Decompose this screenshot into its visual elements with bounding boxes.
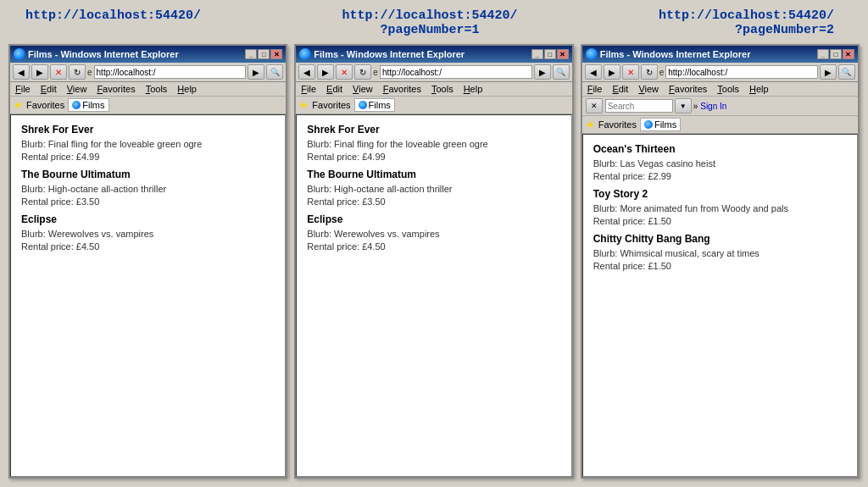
film-blurb-1-1: Blurb: High-octane all-action thriller	[21, 184, 275, 194]
search-btn-1[interactable]: 🔍	[266, 64, 283, 80]
url-label-2: http://localhost:54420/?pageNumber=1	[292, 8, 568, 37]
title-bar-controls-3[interactable]: _ □ ✕	[817, 49, 854, 59]
film-title-3-0: Ocean's Thirteen	[593, 143, 847, 155]
close-btn-1[interactable]: ✕	[270, 49, 282, 59]
favorites-bar-3: ★ Favorites Films	[582, 116, 858, 134]
film-blurb-1-2: Blurb: Werewolves vs. vampires	[21, 229, 275, 239]
content-area-2: Shrek For Ever Blurb: Final fling for th…	[296, 114, 571, 477]
film-title-3-1: Toy Story 2	[593, 188, 847, 200]
address-label-2: e	[373, 68, 378, 77]
back-btn-3[interactable]: ◀	[585, 64, 602, 80]
film-title-2-0: Shrek For Ever	[307, 124, 560, 136]
film-price-2-0: Rental price: £4.99	[307, 152, 560, 162]
films-ie-icon-1	[72, 101, 81, 109]
film-price-1-0: Rental price: £4.99	[21, 152, 275, 162]
stop-btn-1[interactable]: ✕	[50, 64, 67, 80]
title-bar-left-3: Films - Windows Internet Explorer	[586, 48, 751, 60]
menu-tools-1[interactable]: Tools	[144, 83, 170, 95]
address-input-3[interactable]	[665, 65, 818, 79]
film-title-2-1: The Bourne Ultimatum	[307, 169, 560, 180]
film-title-2-2: Eclipse	[307, 213, 560, 225]
menu-edit-2[interactable]: Edit	[325, 83, 344, 95]
menu-help-1[interactable]: Help	[175, 83, 198, 95]
forward-btn-2[interactable]: ▶	[317, 64, 334, 80]
browsers-row: Films - Windows Internet Explorer _ □ ✕ …	[8, 44, 860, 479]
films-tab-2[interactable]: Films	[354, 98, 395, 112]
address-label-3: e	[659, 68, 665, 77]
menu-edit-3[interactable]: Edit	[610, 83, 630, 95]
menu-edit-1[interactable]: Edit	[39, 83, 58, 95]
film-title-1-0: Shrek For Ever	[21, 124, 275, 136]
close-btn-3[interactable]: ✕	[843, 49, 854, 59]
favorites-label-1: Favorites	[26, 100, 64, 110]
films-ie-icon-2	[359, 101, 367, 109]
menu-bar-2: File Edit View Favorites Tools Help	[296, 82, 571, 97]
stop-btn-2[interactable]: ✕	[336, 64, 353, 80]
go-btn-1[interactable]: ▶	[248, 64, 264, 80]
film-blurb-3-1: Blurb: More animated fun from Woody and …	[593, 203, 847, 213]
browser-window-2: Films - Windows Internet Explorer _ □ ✕ …	[294, 44, 573, 479]
maximize-btn-3[interactable]: □	[830, 49, 842, 59]
go-btn-3[interactable]: ▶	[820, 64, 837, 80]
search-dropdown-3[interactable]: ▼	[675, 98, 692, 113]
forward-btn-3[interactable]: ▶	[604, 64, 620, 80]
search-input-3[interactable]	[605, 99, 673, 113]
go-btn-2[interactable]: ▶	[534, 64, 551, 80]
stop-btn-3[interactable]: ✕	[622, 64, 639, 80]
forward-btn-1[interactable]: ▶	[31, 64, 48, 80]
menu-view-3[interactable]: View	[637, 83, 660, 95]
refresh-btn-2[interactable]: ↻	[354, 64, 371, 80]
back-btn-2[interactable]: ◀	[298, 64, 315, 80]
menu-help-2[interactable]: Help	[462, 83, 485, 95]
menu-tools-2[interactable]: Tools	[430, 83, 455, 95]
film-price-3-1: Rental price: £1.50	[593, 216, 847, 226]
maximize-btn-1[interactable]: □	[258, 49, 270, 59]
refresh-btn-3[interactable]: ↻	[641, 64, 658, 80]
favorites-bar-1: ★ Favorites Films	[10, 97, 286, 114]
minimize-btn-2[interactable]: _	[531, 49, 543, 59]
search-btn-2[interactable]: 🔍	[553, 64, 570, 80]
film-blurb-3-0: Blurb: Las Vegas casino heist	[593, 158, 847, 169]
sign-in-link-3[interactable]: Sign In	[700, 102, 726, 111]
menu-file-1[interactable]: File	[14, 83, 32, 95]
browser-window-1: Films - Windows Internet Explorer _ □ ✕ …	[8, 44, 287, 479]
refresh-btn-1[interactable]: ↻	[69, 64, 86, 80]
favorites-label-2: Favorites	[312, 100, 350, 110]
address-input-1[interactable]	[94, 65, 247, 79]
url-label-3: http://localhost:54420/?pageNumber=2	[567, 8, 860, 37]
maximize-btn-2[interactable]: □	[544, 49, 556, 59]
film-price-2-2: Rental price: £4.50	[307, 241, 560, 252]
ie-logo-3	[586, 48, 598, 60]
title-bar-1: Films - Windows Internet Explorer _ □ ✕	[10, 46, 286, 63]
films-tab-1[interactable]: Films	[68, 98, 108, 112]
menu-favorites-2[interactable]: Favorites	[381, 83, 423, 95]
title-bar-controls-1[interactable]: _ □ ✕	[245, 49, 282, 59]
menu-bar-3: File Edit View Favorites Tools Help	[582, 82, 858, 97]
menu-view-1[interactable]: View	[65, 83, 89, 95]
menu-tools-3[interactable]: Tools	[715, 83, 741, 95]
minimize-btn-1[interactable]: _	[245, 49, 257, 59]
menu-file-2[interactable]: File	[299, 83, 318, 95]
favorites-label-3: Favorites	[598, 119, 637, 130]
extras-bar-3: ✕ ▼ » Sign In	[582, 97, 858, 116]
film-price-1-2: Rental price: £4.50	[21, 241, 275, 252]
content-area-1: Shrek For Ever Blurb: Final fling for th…	[10, 114, 286, 477]
film-blurb-2-0: Blurb: Final fling for the loveable gree…	[307, 139, 560, 149]
close-extra-btn-3[interactable]: ✕	[586, 98, 603, 113]
toolbar-3: ◀ ▶ ✕ ↻ e ▶ 🔍	[582, 63, 858, 82]
menu-help-3[interactable]: Help	[748, 83, 771, 95]
films-ie-icon-3	[644, 120, 653, 129]
menu-favorites-1[interactable]: Favorites	[95, 83, 136, 95]
content-area-3: Ocean's Thirteen Blurb: Las Vegas casino…	[582, 134, 858, 477]
minimize-btn-3[interactable]: _	[817, 49, 829, 59]
search-btn-3[interactable]: 🔍	[838, 64, 855, 80]
address-input-2[interactable]	[380, 65, 532, 79]
close-btn-2[interactable]: ✕	[557, 49, 569, 59]
title-bar-controls-2[interactable]: _ □ ✕	[531, 49, 569, 59]
films-tab-3[interactable]: Films	[640, 118, 681, 131]
menu-view-2[interactable]: View	[351, 83, 375, 95]
menu-favorites-3[interactable]: Favorites	[667, 83, 709, 95]
menu-file-3[interactable]: File	[586, 83, 604, 95]
back-btn-1[interactable]: ◀	[13, 64, 30, 80]
film-blurb-1-0: Blurb: Final fling for the loveable gree…	[21, 139, 275, 149]
